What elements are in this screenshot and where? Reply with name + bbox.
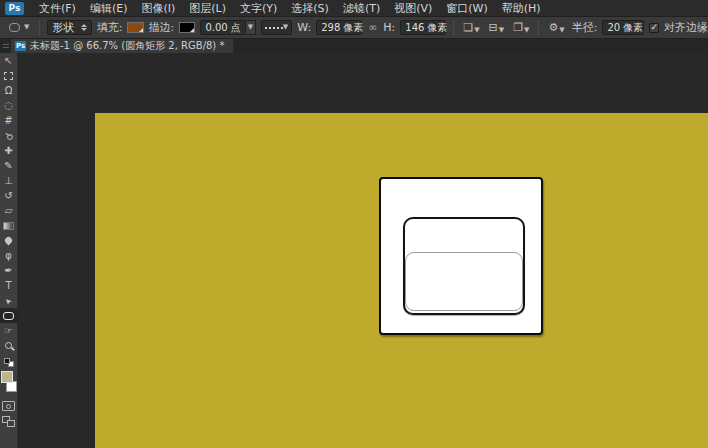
menu-select[interactable]: 选择(S)	[284, 0, 336, 17]
foreground-color-swatch[interactable]	[1, 371, 13, 383]
gradient-tool[interactable]	[0, 218, 18, 233]
history-brush-tool[interactable]: ↺	[0, 188, 18, 203]
shape-options-button[interactable]: ⚙ ▼	[546, 22, 566, 34]
default-colors-button[interactable]	[0, 353, 18, 368]
document-title: 未标题-1 @ 66.7% (圆角矩形 2, RGB/8) *	[30, 39, 224, 53]
stroke-color-swatch[interactable]	[179, 22, 195, 33]
menu-window[interactable]: 窗口(W)	[439, 0, 494, 17]
quick-mask-button[interactable]	[2, 401, 15, 411]
menu-layer[interactable]: 图层(L)	[182, 0, 233, 17]
path-operations-icon: ❏	[463, 22, 473, 34]
divider	[453, 20, 454, 36]
brush-tool[interactable]: ✎	[0, 158, 18, 173]
options-bar: ▼ 形状 填充: 描边: 0.00 点 ▼ ▼ W: 298 像素 ∞ H: 1…	[0, 17, 708, 39]
blur-tool[interactable]	[0, 233, 18, 248]
chevron-down-icon: ▼	[559, 27, 564, 34]
menu-bar: Ps 文件(F) 编辑(E) 图像(I) 图层(L) 文字(Y) 选择(S) 滤…	[0, 0, 708, 17]
menu-type[interactable]: 文字(Y)	[233, 0, 284, 17]
tool-mode-value: 形状	[52, 20, 74, 35]
main-area: ↖ Ω ◌ # ⚲ ✚ ✎ ⊥ ↺ ▱ φ ✒ T ➤ ☞	[0, 53, 708, 448]
stroke-label: 描边:	[149, 20, 175, 35]
hand-tool[interactable]: ☞	[0, 323, 18, 338]
menu-edit[interactable]: 编辑(E)	[83, 0, 135, 17]
document-tab-bar: Ps 未标题-1 @ 66.7% (圆角矩形 2, RGB/8) *	[0, 39, 708, 53]
spot-healing-brush-tool[interactable]: ✚	[0, 143, 18, 158]
tools-panel: ↖ Ω ◌ # ⚲ ✚ ✎ ⊥ ↺ ▱ φ ✒ T ➤ ☞	[0, 53, 18, 448]
pen-tool[interactable]: ✒	[0, 263, 18, 278]
width-label: W:	[297, 21, 311, 34]
menu-filter[interactable]: 滤镜(T)	[336, 0, 387, 17]
menu-image[interactable]: 图像(I)	[134, 0, 182, 17]
zoom-tool[interactable]	[0, 338, 18, 353]
stroke-width-dropdown[interactable]: ▼	[246, 20, 256, 35]
chevron-down-icon: ▼	[499, 27, 504, 34]
path-selection-tool[interactable]: ➤	[0, 293, 18, 308]
menu-help[interactable]: 帮助(H)	[495, 0, 548, 17]
dodge-tool[interactable]: φ	[0, 248, 18, 263]
height-label: H:	[383, 21, 395, 34]
white-square-shape[interactable]	[379, 177, 543, 335]
chevron-down-icon: ▼	[524, 27, 529, 34]
path-arrangement-icon: ❐	[513, 22, 523, 34]
rounded-rectangle-icon	[3, 312, 14, 320]
align-edges-label: 对齐边缘	[664, 20, 708, 35]
rounded-rectangle-shape-2[interactable]	[405, 252, 523, 311]
crop-tool[interactable]: #	[0, 113, 18, 128]
rounded-shape-icon	[9, 23, 20, 32]
quick-mask-icon	[6, 404, 11, 409]
updown-arrows-icon	[81, 24, 87, 31]
document-tab[interactable]: Ps 未标题-1 @ 66.7% (圆角矩形 2, RGB/8) *	[11, 39, 233, 53]
photoshop-window: Ps 文件(F) 编辑(E) 图像(I) 图层(L) 文字(Y) 选择(S) 滤…	[0, 0, 708, 448]
divider	[39, 20, 40, 36]
path-operations-button[interactable]: ❏ ▼	[461, 22, 481, 34]
eraser-tool[interactable]: ▱	[0, 203, 18, 218]
move-tool[interactable]: ↖	[0, 53, 18, 68]
eyedropper-tool[interactable]: ⚲	[0, 128, 18, 143]
default-colors-icon	[4, 358, 14, 367]
ps-logo-icon: Ps	[5, 2, 24, 15]
dashed-line-icon	[265, 27, 283, 29]
rounded-rectangle-tool[interactable]	[0, 308, 18, 323]
divider	[538, 20, 539, 36]
align-edges-checkbox[interactable]	[649, 23, 659, 33]
toolbar-grip[interactable]	[0, 39, 11, 53]
path-arrangement-button[interactable]: ❐ ▼	[511, 22, 531, 34]
menu-file[interactable]: 文件(F)	[32, 0, 83, 17]
fill-label: 填充:	[97, 20, 123, 35]
lasso-tool[interactable]: Ω	[0, 83, 18, 98]
shape-height-input[interactable]: 146 像素	[400, 20, 446, 35]
gear-icon: ⚙	[548, 22, 558, 34]
radius-label: 半径:	[572, 20, 598, 35]
canvas-area	[18, 53, 708, 448]
gradient-icon	[3, 222, 14, 230]
path-alignment-button[interactable]: ⊟ ▼	[487, 22, 507, 34]
stroke-style-dropdown[interactable]: ▼	[261, 20, 292, 35]
psd-file-icon: Ps	[15, 41, 26, 51]
link-dimensions-icon[interactable]: ∞	[367, 21, 378, 34]
stroke-width-field[interactable]: 0.00 点	[200, 20, 245, 35]
tool-preset-picker[interactable]: ▼	[6, 21, 32, 34]
marquee-icon	[4, 72, 13, 80]
quick-selection-tool[interactable]: ◌	[0, 98, 18, 113]
fill-color-swatch[interactable]	[127, 22, 143, 33]
magnifier-icon	[5, 342, 12, 349]
screen-mode-button[interactable]	[2, 416, 15, 427]
shape-width-input[interactable]: 298 像素	[316, 20, 362, 35]
blur-drop-icon	[4, 236, 14, 246]
chevron-down-icon: ▼	[474, 27, 479, 34]
type-tool[interactable]: T	[0, 278, 18, 293]
tool-mode-select[interactable]: 形状	[47, 20, 91, 35]
radius-input[interactable]: 20 像素	[602, 20, 644, 35]
chevron-down-icon: ▼	[283, 24, 288, 31]
screen-mode-icon-front	[7, 420, 15, 427]
rectangular-marquee-tool[interactable]	[0, 68, 18, 83]
menu-view[interactable]: 视图(V)	[387, 0, 439, 17]
path-alignment-icon: ⊟	[489, 22, 498, 34]
color-swatches	[0, 370, 18, 395]
document-canvas[interactable]	[95, 113, 708, 448]
clone-stamp-tool[interactable]: ⊥	[0, 173, 18, 188]
chevron-down-icon: ▼	[24, 24, 29, 31]
